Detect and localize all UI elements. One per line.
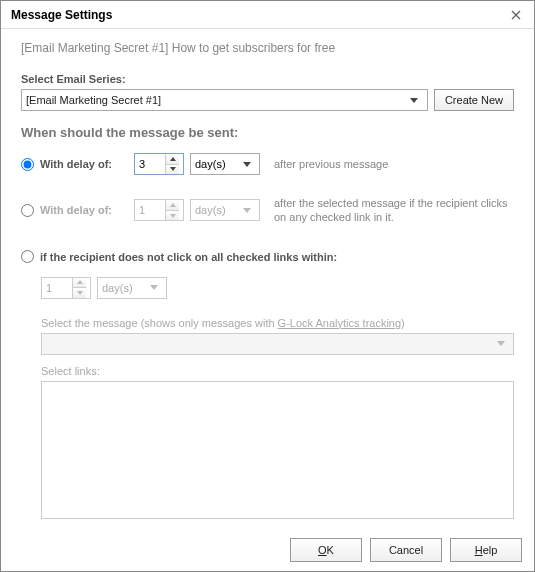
- links-listbox: [41, 381, 514, 519]
- series-row: [Email Marketing Secret #1] Create New: [21, 89, 514, 111]
- chevron-down-icon: [406, 90, 423, 110]
- spin-down-button: [166, 211, 179, 221]
- dialog-title: Message Settings: [11, 8, 504, 22]
- option-no-click: if the recipient does not click on all c…: [21, 245, 514, 269]
- delay-unit-select-2: day(s): [190, 199, 260, 221]
- email-series-value: [Email Marketing Secret #1]: [26, 94, 406, 106]
- radio-delay-previous[interactable]: [21, 158, 34, 171]
- option-delay-previous: With delay of: day(s) after previous mes…: [21, 152, 514, 176]
- spin-up-button: [73, 278, 86, 289]
- delay-value-spinner-1[interactable]: [134, 153, 184, 175]
- select-message-label: Select the message (shows only messages …: [41, 317, 514, 329]
- spinner-buttons: [165, 154, 179, 174]
- ok-button[interactable]: OK: [290, 538, 362, 562]
- message-select: [41, 333, 514, 355]
- spin-down-button[interactable]: [166, 165, 179, 175]
- option2-label: With delay of:: [40, 204, 128, 216]
- series-label: Select Email Series:: [21, 73, 514, 85]
- cancel-button[interactable]: Cancel: [370, 538, 442, 562]
- spinner-buttons: [72, 278, 86, 298]
- spin-down-button: [73, 288, 86, 298]
- chevron-down-icon: [238, 200, 255, 220]
- option3-controls: day(s): [41, 277, 514, 299]
- option1-label: With delay of:: [40, 158, 128, 170]
- create-new-button[interactable]: Create New: [434, 89, 514, 111]
- dialog-footer: OK Cancel Help: [1, 529, 534, 571]
- delay-unit-value-1: day(s): [195, 158, 238, 170]
- close-button[interactable]: [504, 5, 528, 25]
- option3-block: day(s) Select the message (shows only me…: [21, 277, 514, 519]
- email-series-select[interactable]: [Email Marketing Secret #1]: [21, 89, 428, 111]
- delay-unit-value-2: day(s): [195, 204, 238, 216]
- option-delay-selected: With delay of: day(s) after the selected…: [21, 196, 514, 225]
- titlebar: Message Settings: [1, 1, 534, 29]
- message-subtitle: [Email Marketing Secret #1] How to get s…: [21, 41, 514, 55]
- delay-unit-select-3: day(s): [97, 277, 167, 299]
- delay-unit-value-3: day(s): [102, 282, 145, 294]
- glock-analytics-link[interactable]: G-Lock Analytics tracking: [278, 317, 402, 329]
- radio-delay-selected[interactable]: [21, 204, 34, 217]
- delay-value-input-2: [135, 204, 165, 216]
- option1-desc: after previous message: [274, 157, 514, 171]
- delay-value-input-3: [42, 282, 72, 294]
- delay-unit-select-1[interactable]: day(s): [190, 153, 260, 175]
- chevron-down-icon: [492, 334, 509, 354]
- radio-no-click[interactable]: [21, 250, 34, 263]
- message-settings-dialog: Message Settings [Email Marketing Secret…: [0, 0, 535, 572]
- chevron-down-icon: [145, 278, 162, 298]
- close-icon: [511, 10, 521, 20]
- schedule-heading: When should the message be sent:: [21, 125, 514, 140]
- spinner-buttons: [165, 200, 179, 220]
- spin-up-button[interactable]: [166, 154, 179, 165]
- help-button[interactable]: Help: [450, 538, 522, 562]
- delay-value-spinner-3: [41, 277, 91, 299]
- chevron-down-icon: [238, 154, 255, 174]
- delay-value-input-1[interactable]: [135, 158, 165, 170]
- option2-desc: after the selected message if the recipi…: [274, 196, 514, 225]
- option3-label: if the recipient does not click on all c…: [40, 251, 337, 263]
- dialog-content: [Email Marketing Secret #1] How to get s…: [1, 29, 534, 529]
- spin-up-button: [166, 200, 179, 211]
- delay-value-spinner-2: [134, 199, 184, 221]
- select-links-label: Select links:: [41, 365, 514, 377]
